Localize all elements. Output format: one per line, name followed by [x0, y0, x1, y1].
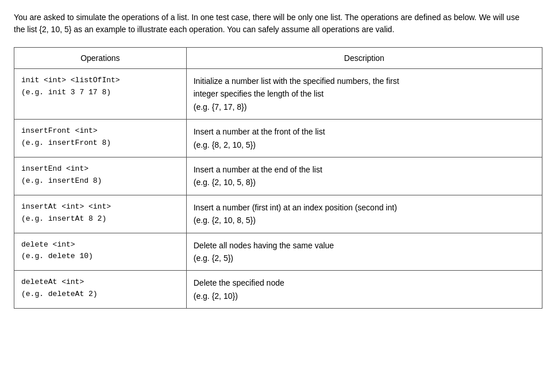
op-line1: insertEnd <int>: [21, 163, 179, 175]
op-line2: (e.g. delete 10): [21, 251, 179, 263]
intro-paragraph: You are asked to simulate the operations…: [14, 11, 529, 36]
desc-line2: (e.g. {8, 2, 10, 5}): [194, 139, 535, 151]
op-line2: (e.g. init 3 7 17 8): [21, 87, 179, 99]
op-line1: delete <int>: [21, 239, 179, 251]
table-row: delete <int>(e.g. delete 10)Delete all n…: [14, 233, 542, 271]
desc-line2: (e.g. {2, 10, 5, 8}): [194, 176, 535, 189]
operations-cell: init <int> <listOfInt>(e.g. init 3 7 17 …: [14, 69, 187, 120]
desc-line1: Delete all nodes having the same value: [194, 239, 535, 252]
description-cell: Insert a number at the front of the list…: [186, 120, 542, 157]
op-line2: (e.g. insertEnd 8): [21, 175, 179, 187]
description-cell: Insert a number at the end of the list(e…: [186, 157, 542, 195]
desc-line1: Initialize a number list with the specif…: [194, 75, 535, 87]
desc-line2: (e.g. {2, 10, 8, 5}): [194, 214, 535, 226]
table-row: init <int> <listOfInt>(e.g. init 3 7 17 …: [14, 69, 542, 120]
op-line1: insertFront <int>: [21, 125, 179, 137]
desc-line1: Insert a number at the front of the list: [194, 125, 535, 138]
table-row: insertEnd <int>(e.g. insertEnd 8)Insert …: [14, 157, 542, 195]
description-cell: Delete the specified node(e.g. {2, 10}): [186, 271, 542, 309]
op-line2: (e.g. deleteAt 2): [21, 289, 179, 301]
operations-table: Operations Description init <int> <listO…: [14, 47, 542, 309]
op-line1: init <int> <listOfInt>: [21, 75, 179, 87]
operations-cell: deleteAt <int>(e.g. deleteAt 2): [14, 271, 187, 309]
desc-line1: Delete the specified node: [194, 276, 535, 289]
operations-cell: delete <int>(e.g. delete 10): [14, 233, 187, 271]
op-line2: (e.g. insertAt 8 2): [21, 213, 179, 225]
operations-cell: insertEnd <int>(e.g. insertEnd 8): [14, 157, 187, 195]
op-line1: deleteAt <int>: [21, 276, 179, 289]
op-line1: insertAt <int> <int>: [21, 201, 179, 213]
desc-line2: (e.g. {2, 5}): [194, 252, 535, 264]
description-cell: Insert a number (first int) at an index …: [186, 195, 542, 233]
desc-line1: Insert a number (first int) at an index …: [194, 201, 535, 214]
header-operations: Operations: [14, 48, 187, 69]
header-description: Description: [186, 48, 542, 69]
description-cell: Initialize a number list with the specif…: [186, 69, 542, 120]
table-row: deleteAt <int>(e.g. deleteAt 2)Delete th…: [14, 271, 542, 309]
description-cell: Delete all nodes having the same value(e…: [186, 233, 542, 271]
desc-line3: (e.g. {7, 17, 8}): [194, 101, 535, 113]
op-line2: (e.g. insertFront 8): [21, 137, 179, 149]
operations-cell: insertAt <int> <int>(e.g. insertAt 8 2): [14, 195, 187, 233]
table-header-row: Operations Description: [14, 48, 542, 69]
desc-line2: integer specifies the length of the list: [194, 87, 535, 100]
desc-line1: Insert a number at the end of the list: [194, 163, 535, 176]
table-row: insertFront <int>(e.g. insertFront 8)Ins…: [14, 120, 542, 157]
table-row: insertAt <int> <int>(e.g. insertAt 8 2)I…: [14, 195, 542, 233]
operations-cell: insertFront <int>(e.g. insertFront 8): [14, 120, 187, 157]
desc-line2: (e.g. {2, 10}): [194, 290, 535, 302]
